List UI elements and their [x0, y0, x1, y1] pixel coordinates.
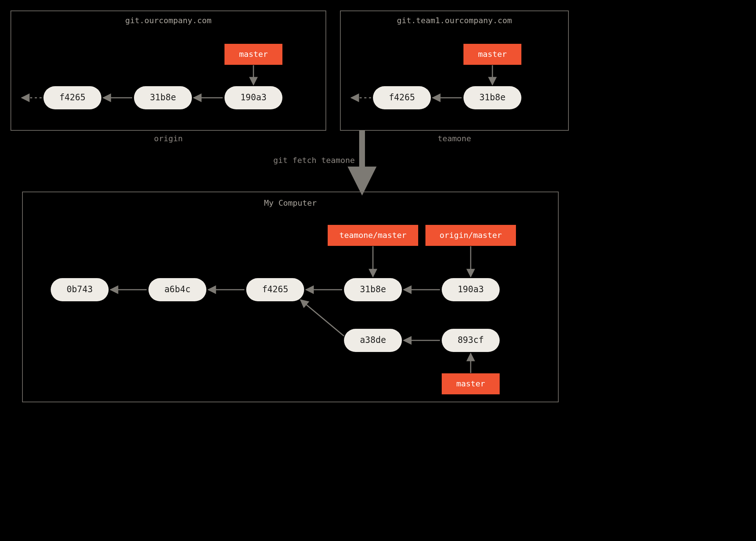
teamone-commit-31b8e-label: 31b8e	[479, 92, 505, 102]
teamone-label: teamone	[438, 134, 471, 143]
branch-merge-arrow	[301, 300, 344, 336]
origin-panel	[11, 11, 326, 130]
teamone-host: git.team1.ourcompany.com	[397, 16, 512, 25]
origin-commit-31b8e-label: 31b8e	[150, 92, 176, 102]
origin-ref-master-label: master	[239, 50, 268, 59]
local-branch-commit-893cf-label: 893cf	[458, 335, 484, 345]
local-commit-0b743-label: 0b743	[67, 284, 93, 294]
local-title: My Computer	[264, 198, 317, 207]
ref-origin-master-label: origin/master	[440, 231, 502, 240]
local-commit-f4265-label: f4265	[262, 284, 288, 294]
ref-local-master-label: master	[456, 379, 485, 388]
teamone-panel	[340, 11, 568, 130]
ref-teamone-master-label: teamone/master	[339, 231, 406, 240]
fetch-command: git fetch teamone	[273, 156, 355, 165]
teamone-ref-master-label: master	[478, 50, 507, 59]
origin-host: git.ourcompany.com	[125, 16, 211, 25]
local-commit-a6b4c-label: a6b4c	[164, 284, 190, 294]
origin-label: origin	[154, 134, 182, 143]
teamone-commit-f4265-label: f4265	[389, 92, 415, 102]
git-remotes-diagram: git.ourcompany.comoriginf426531b8e190a3m…	[0, 0, 581, 416]
origin-commit-f4265-label: f4265	[59, 92, 85, 102]
local-commit-190a3-label: 190a3	[458, 284, 484, 294]
local-commit-31b8e-label: 31b8e	[360, 284, 386, 294]
local-branch-commit-a38de-label: a38de	[360, 335, 386, 345]
origin-commit-190a3-label: 190a3	[240, 92, 266, 102]
